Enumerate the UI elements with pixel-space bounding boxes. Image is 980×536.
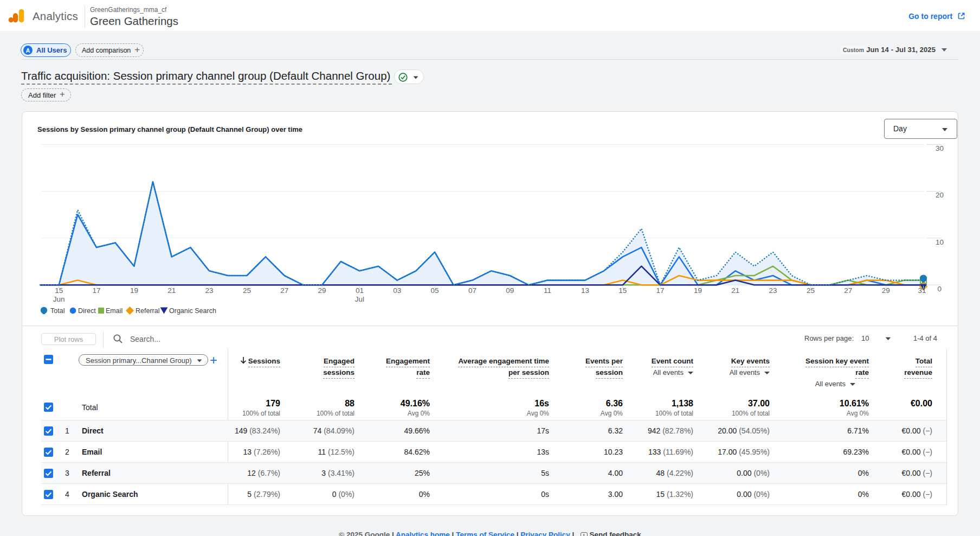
svg-text:30: 30 xyxy=(936,144,944,152)
svg-text:31: 31 xyxy=(918,286,926,295)
svg-text:10: 10 xyxy=(936,238,944,246)
svg-text:Jun: Jun xyxy=(53,295,65,303)
svg-text:Jul: Jul xyxy=(355,295,364,303)
svg-text:20: 20 xyxy=(936,191,944,199)
svg-text:0: 0 xyxy=(937,285,942,293)
